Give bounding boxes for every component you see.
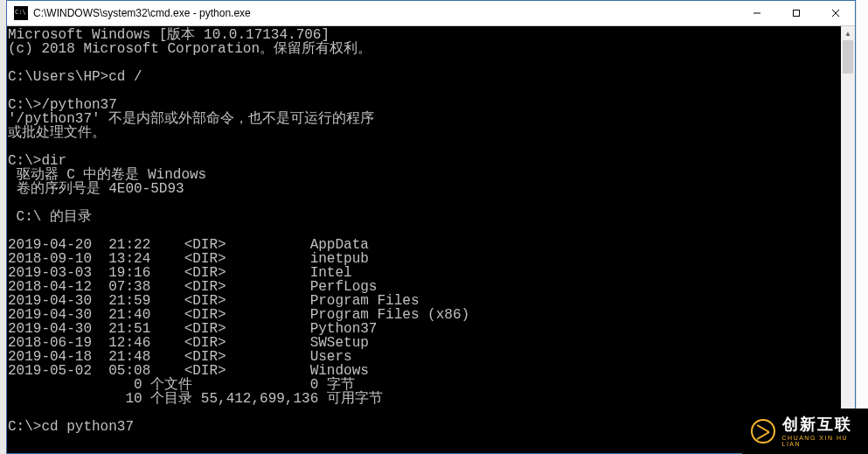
window-title: C:\WINDOWS\system32\cmd.exe - python.exe [33,7,737,19]
watermark-logo-icon [751,419,775,444]
svg-rect-1 [793,10,799,17]
scrollbar[interactable]: ▲ ▼ [841,26,855,453]
watermark: 创新互联 CHUANG XIN HU LIAN [742,409,868,454]
maximize-button[interactable] [776,1,816,25]
titlebar[interactable]: C:\WINDOWS\system32\cmd.exe - python.exe [7,1,855,26]
close-icon [831,9,840,17]
watermark-en: CHUANG XIN HU LIAN [782,435,868,447]
minimize-button[interactable] [737,1,776,25]
terminal-area: Microsoft Windows [版本 10.0.17134.706] (c… [7,26,855,453]
window-controls [737,1,855,25]
watermark-cn: 创新互联 [782,416,868,432]
minimize-icon [753,9,761,17]
close-button[interactable] [816,1,855,25]
cmd-window: C:\WINDOWS\system32\cmd.exe - python.exe… [6,0,856,454]
scroll-thumb[interactable] [843,40,853,73]
terminal-output[interactable]: Microsoft Windows [版本 10.0.17134.706] (c… [7,26,841,453]
maximize-icon [792,9,801,17]
cmd-icon [14,6,28,20]
background-panel [856,0,868,454]
watermark-text: 创新互联 CHUANG XIN HU LIAN [782,416,868,447]
scroll-up-button[interactable]: ▲ [841,26,855,40]
